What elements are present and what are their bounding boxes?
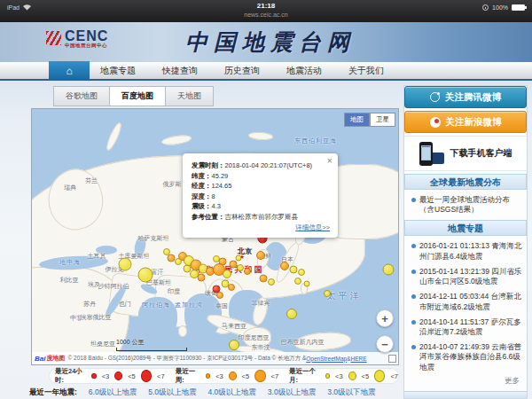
popup-field-value: 45.29 (212, 172, 229, 180)
topic-item[interactable]: 2016-01-21 01:13:13 青海海北州门源县6.4级地震 (410, 241, 523, 261)
popup-field-value: 124.65 (212, 182, 232, 190)
zoom-out-button[interactable]: − (376, 335, 394, 353)
map-label: 也门 (119, 300, 131, 309)
quake-marker[interactable] (236, 255, 242, 262)
sidebar: 关注腾讯微博 关注新浪微博 下载手机客户端 全球最新地震分布 最近一周全球地震活… (403, 85, 528, 399)
map-label: 印度 (168, 287, 180, 296)
here-link[interactable]: HERE (351, 356, 367, 362)
popup-rows: 发震时刻：2018-01-04 20:21:07(UTC+8)纬度：45.29经… (192, 160, 330, 222)
quake-marker[interactable] (256, 251, 265, 260)
map-type-satellite-button[interactable]: 卫星 (370, 113, 395, 127)
legend-caption: <7 (271, 372, 279, 380)
quake-marker[interactable] (304, 281, 310, 287)
quake-marker[interactable] (229, 340, 239, 350)
quake-marker[interactable] (290, 266, 298, 274)
sina-weibo-button[interactable]: 关注新浪微博 (404, 111, 527, 133)
quake-marker[interactable] (228, 284, 235, 291)
map-label: 地中海 (59, 258, 81, 267)
map-label: 孟加拉湾 (175, 301, 203, 309)
quake-marker[interactable] (324, 290, 331, 297)
cenc-logo[interactable]: CENC 中国地震台网中心 (46, 29, 108, 49)
zoom-in-button[interactable]: + (376, 309, 394, 327)
popup-field-label: 纬度： (192, 172, 212, 180)
popup-close-icon[interactable]: × (327, 156, 332, 166)
map-label: 土耳其 (88, 252, 106, 261)
popup-field-value: 8 (212, 192, 215, 200)
osm-link[interactable]: OpenStreetMap (306, 356, 347, 362)
logo-acronym: CENC (65, 29, 108, 43)
year-link[interactable]: 4.0级以上地震 (208, 387, 256, 398)
map-label: 沙特阿拉伯 (98, 282, 129, 291)
year-link[interactable]: 3.0级以上地震 (268, 387, 316, 398)
nav-item[interactable]: 快捷查询 (162, 65, 198, 77)
mobile-app-panel[interactable]: 下载手机客户端 (404, 136, 527, 171)
topic-item[interactable]: 2014-10-07 21:49:39 云南省普洱市景谷傣族彝族自治县6.6级地… (410, 342, 523, 372)
island-arctic-1 (104, 121, 123, 153)
quake-marker[interactable] (298, 269, 305, 276)
legend-label: 最近24小时: (55, 367, 86, 385)
map-label: 利比亚 (60, 276, 79, 285)
popup-field: 参考位置：吉林松原市前郭尔罗斯县 (192, 212, 330, 223)
tencent-weibo-button[interactable]: 关注腾讯微博 (404, 86, 527, 108)
baidu-map-logo-text: 度地图 (46, 354, 65, 363)
attribution-text: © 2018 Baidu - GS(2016)2089号 - 甲测资字11009… (67, 355, 306, 363)
baidu-map[interactable]: 东西伯利亚海俄罗斯瑞典芬兰哈萨克斯坦蒙古朝鲜日本土库曼斯坦阿富汗巴基斯坦印度缅甸… (31, 108, 399, 365)
popup-field-value: 2018-01-04 20:21:07(UTC+8) (225, 161, 313, 169)
legend-circle (348, 372, 356, 380)
detail-info-link[interactable]: 详细信息>> (192, 223, 330, 232)
topic-item[interactable]: 2014-12-11 05:03:44 台湾新北市附近海域6.2级地震 (410, 292, 523, 311)
quake-marker[interactable] (175, 258, 182, 265)
nav-item[interactable]: 地震专题 (100, 65, 136, 77)
nav-item[interactable]: 历史查询 (224, 65, 260, 77)
home-button[interactable]: ⌂ (49, 61, 90, 80)
home-icon: ⌂ (66, 65, 72, 77)
map-corner-control[interactable] (388, 355, 396, 363)
quake-marker[interactable] (237, 264, 244, 271)
url-bar[interactable]: news.ceic.ac.cn (0, 11, 532, 19)
map-tab[interactable]: 谷歌地图 (53, 86, 109, 106)
topic-item[interactable]: 2015-01-14 13:21:39 四川省乐山市金口河区5.0级地震 (410, 267, 523, 286)
legend-circle (91, 373, 96, 379)
map-tab[interactable]: 百度地图 (109, 86, 165, 106)
map-label: 俄罗斯 (163, 180, 182, 189)
global-quake-item[interactable]: 最近一周全球地震活动分布（含USGS结果） (410, 195, 523, 215)
battery-icon (512, 4, 525, 11)
map-label: 哈萨克斯坦 (138, 234, 169, 243)
popup-field-label: 深度： (192, 192, 212, 200)
quake-marker[interactable] (383, 264, 395, 276)
popup-field: 震级：4.3 (192, 201, 330, 212)
site-title: 中国地震台网 (164, 27, 377, 57)
map-label: 东帝汶 (252, 343, 270, 352)
map-label: 马来西亚 (222, 322, 246, 331)
quake-marker[interactable] (268, 278, 275, 286)
quake-marker[interactable] (198, 274, 206, 282)
quake-marker[interactable] (244, 268, 251, 275)
quake-marker[interactable] (213, 286, 221, 293)
quake-marker[interactable] (294, 278, 301, 285)
year-link[interactable]: 5.0级以上地震 (148, 387, 196, 398)
quake-marker[interactable] (286, 309, 297, 319)
map-type-map-button[interactable]: 地图 (344, 113, 370, 127)
map-label: 苏丹 (83, 300, 96, 309)
quake-marker[interactable] (280, 262, 289, 270)
quake-marker[interactable] (138, 268, 153, 283)
topics-list: 2016-01-21 01:13:13 青海海北州门源县6.4级地震2015-0… (404, 239, 527, 372)
quake-marker[interactable] (119, 258, 132, 271)
nav-item[interactable]: 关于我们 (348, 65, 384, 77)
year-link[interactable]: 3.0级以下地震 (327, 387, 375, 398)
quake-legend: 最近24小时:<3<5<7最近一周:<3<5<7最近一个月:<3<5<7 (49, 368, 399, 384)
more-link[interactable]: 更多 (404, 376, 527, 387)
map-tab[interactable]: 天地图 (165, 86, 214, 106)
map-label: 东西伯利亚海 (294, 137, 337, 145)
nav-links: 地震专题快捷查询历史查询地震活动关于我们 (100, 65, 384, 77)
quake-marker[interactable] (223, 270, 231, 278)
year-legend: 最近一年地震: 6.0级以上地震5.0级以上地震4.0级以上地震3.0级以上地震… (29, 387, 375, 398)
quake-marker[interactable] (163, 248, 170, 255)
year-link[interactable]: 6.0级以上地震 (89, 387, 137, 398)
nav-item[interactable]: 地震活动 (286, 65, 322, 77)
quake-marker[interactable] (260, 275, 268, 283)
clock: 21:18 (0, 2, 532, 11)
topic-item[interactable]: 2014-10-14 11:51:37 萨尔瓦多沿岸近海7.2级地震 (410, 317, 523, 337)
legend-caption: <5 (128, 372, 136, 380)
topics-header: 地震专题 (404, 220, 527, 236)
